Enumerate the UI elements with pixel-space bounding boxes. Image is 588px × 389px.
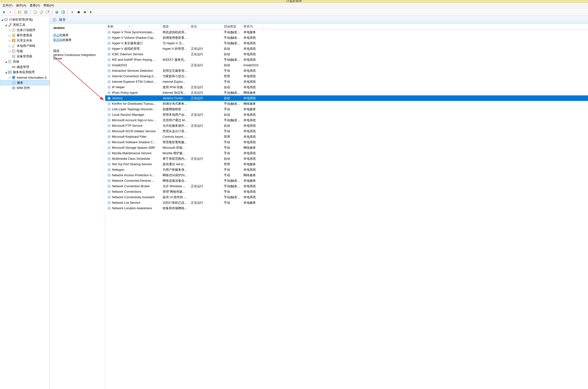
gear-icon xyxy=(107,118,111,122)
expander-icon[interactable]: ◢ xyxy=(4,24,8,26)
menu-action[interactable]: 操作(A) xyxy=(15,3,28,8)
service-row[interactable]: Network Location Awareness收集和存储网络... xyxy=(105,205,588,211)
stop-service-button[interactable] xyxy=(76,10,81,15)
restart-service-button[interactable] xyxy=(89,10,94,15)
service-logon: 本地系统 xyxy=(241,80,263,84)
svg-rect-34 xyxy=(8,71,11,73)
export-list-button[interactable] xyxy=(45,10,50,15)
expander-icon[interactable]: ▷ xyxy=(8,45,11,47)
export-button[interactable] xyxy=(33,10,38,15)
service-row[interactable]: Netlogon为用户和服务身...手动本地系统 xyxy=(105,167,588,172)
back-button[interactable] xyxy=(1,10,7,15)
service-row[interactable]: Network List Service识别计算机已连...正在运行手动本地服务 xyxy=(105,200,588,205)
service-row[interactable]: ICBC Daemon Service正在运行自动本地系统 xyxy=(105,51,588,57)
tree-services-apps[interactable]: ◢ 服务和应用程序 xyxy=(0,69,50,75)
service-row[interactable]: Microsoft FTP Service允许此服务器作...正在运行自动本地系… xyxy=(105,123,588,129)
service-row[interactable]: Network Connection Broker允许 Windows ...正… xyxy=(105,183,588,189)
service-row[interactable]: KtmRm for Distributed Transa...协调分布式事务..… xyxy=(105,101,588,106)
expander-icon[interactable]: ◢ xyxy=(0,18,4,21)
service-row[interactable]: Hyper-V Time Synchronizatio...将此虚拟机的系...… xyxy=(105,30,588,35)
svg-point-42 xyxy=(54,19,55,20)
navigation-tree[interactable]: ◢ 计算机管理(本地) ◢ 系统工具 ▷ 任务计划程序 ▷ 事件查看器 ▷ 22… xyxy=(0,16,50,389)
service-row[interactable]: Local Session Manager管理本地用户会...正在运行自动本地系… xyxy=(105,112,588,117)
shared-folder-icon: 22 xyxy=(11,38,16,43)
service-row[interactable]: Hyper-V 虚拟机管理Hyper-V 的管理...正在运行自动本地系统 xyxy=(105,46,588,51)
stop-service-link[interactable]: 停止 xyxy=(53,33,59,37)
service-row[interactable]: Microsoft Storage Spaces SMPMicrosoft 存储… xyxy=(105,145,588,150)
service-row[interactable]: IKE and AuthIP IPsec Keying ...IKEEXT 服务… xyxy=(105,57,588,63)
service-startup: 自动 xyxy=(222,63,241,67)
tree-services[interactable]: ▷ 服务 xyxy=(0,80,50,85)
service-row[interactable]: Network Access Protection A...网络访问保护(N..… xyxy=(105,172,588,178)
service-row[interactable]: Internet Explorer ETW Collect...Internet… xyxy=(105,79,588,84)
service-row[interactable]: Hyper-V Volume Shadow Cop...协调使用卷影复...手动… xyxy=(105,35,588,40)
expander-icon[interactable]: ▷ xyxy=(8,34,11,37)
services-list[interactable]: 名称 ▲ 描述 状态 启动类型 登录为 Hyper-V Time Synchro… xyxy=(105,24,588,389)
service-row[interactable]: Microsoft Account Sign-in Ass...支持用户通过 M… xyxy=(105,117,588,123)
service-row[interactable]: Mozilla Maintenance ServiceMozilla 维护服..… xyxy=(105,150,588,156)
service-row[interactable]: Hyper-V 来宾服务接口为 Hyper-V 主...手动(触发...本地系统 xyxy=(105,40,588,46)
menu-view[interactable]: 查看(V) xyxy=(28,3,41,8)
refresh-button[interactable] xyxy=(39,10,44,15)
svg-point-93 xyxy=(109,163,110,165)
tree-performance[interactable]: ▷ 性能 xyxy=(0,49,50,54)
tree-shared-folders[interactable]: ▷ 22 共享文件夹 xyxy=(0,38,50,43)
tree-wmi[interactable]: ▷ WMI 控件 xyxy=(0,85,50,91)
expander-icon[interactable]: ▷ xyxy=(8,50,11,53)
tree-disk-mgmt[interactable]: ▷ 磁盘管理 xyxy=(0,64,50,69)
tree-system-tools[interactable]: ◢ 系统工具 xyxy=(0,22,50,28)
show-hide-tree-button[interactable] xyxy=(17,10,22,15)
expander-icon[interactable]: ◢ xyxy=(4,71,8,74)
service-row[interactable]: Network Connected Devices ...网络连接设备自...手… xyxy=(105,178,588,183)
help-button[interactable]: ? xyxy=(54,10,60,15)
service-row[interactable]: Internet Connection Sharing (I...为家庭和小型办… xyxy=(105,73,588,79)
tree-root-computer-mgmt[interactable]: ◢ 计算机管理(本地) xyxy=(0,17,50,22)
pause-service-button[interactable] xyxy=(82,10,88,15)
service-name: Interactive Services Detection xyxy=(112,69,153,72)
service-row[interactable]: Network Connections管理"网络和拨...手动本地系统 xyxy=(105,189,588,194)
col-header-logon[interactable]: 登录为 xyxy=(241,24,263,29)
service-description: 管理"网络和拨... xyxy=(161,190,189,194)
menu-file[interactable]: 文件(F) xyxy=(1,3,14,8)
service-row[interactable]: Link-Layer Topology Discover...创建网络映射，..… xyxy=(105,106,588,112)
service-row[interactable]: Install2015正在运行自动Install2015 xyxy=(105,63,588,68)
service-row[interactable]: Microsoft Keyboard FilterControls keystr… xyxy=(105,134,588,139)
col-header-name[interactable]: 名称 ▲ xyxy=(105,24,161,29)
col-header-startup[interactable]: 启动类型 xyxy=(222,24,241,29)
svg-rect-36 xyxy=(10,72,11,72)
service-status: 正在运行 xyxy=(189,85,222,89)
col-header-description[interactable]: 描述 xyxy=(161,24,189,29)
menu-help[interactable]: 帮助(H) xyxy=(42,3,55,8)
service-startup: 自动 xyxy=(222,52,241,56)
service-description: 启用交互服务需... xyxy=(161,69,189,73)
service-row[interactable]: JenkinsJenkins Contin...正在运行自动本地系统 xyxy=(105,96,588,101)
start-service-button[interactable] xyxy=(70,10,75,15)
col-header-status[interactable]: 状态 xyxy=(189,24,222,29)
service-row[interactable]: Microsoft iSCSI Initiator Service管理从这台计算… xyxy=(105,129,588,134)
tree-local-users[interactable]: ▷ 本地用户和组 xyxy=(0,43,50,49)
service-row[interactable]: Microsoft Software Shadow C...管理卷影复制服...… xyxy=(105,139,588,145)
service-status: 正在运行 xyxy=(189,91,222,95)
service-row[interactable]: IPsec Policy AgentInternet 协议安...正在运行手动(… xyxy=(105,90,588,96)
service-row[interactable]: Net.Tcp Port Sharing Service提供通过 net.tc.… xyxy=(105,162,588,167)
expander-icon[interactable]: ▷ xyxy=(8,39,11,42)
service-row[interactable]: Interactive Services Detection启用交互服务需...… xyxy=(105,68,588,73)
restart-service-link[interactable]: 重启动 xyxy=(53,38,63,42)
expander-icon[interactable]: ▷ xyxy=(8,76,11,79)
service-description: 为家庭和小型办... xyxy=(161,74,189,78)
service-row[interactable]: Network Connectivity Assistant提供 UI 组件的 … xyxy=(105,194,588,200)
tree-device-manager[interactable]: ▷ 设备管理器 xyxy=(0,54,50,59)
toolbar-separator xyxy=(30,10,31,15)
expander-icon[interactable]: ◢ xyxy=(4,61,8,63)
expander-icon[interactable]: ▷ xyxy=(8,29,11,32)
properties-button[interactable] xyxy=(23,10,29,15)
forward-button[interactable] xyxy=(8,10,13,15)
service-row[interactable]: Multimedia Class Scheduler基于系统范围内...正在运行… xyxy=(105,156,588,162)
tree-iis[interactable]: ▷ Internet Information S xyxy=(0,75,50,80)
service-row[interactable]: IP Helper使用 IPv6 转换...正在运行自动本地系统 xyxy=(105,84,588,90)
service-logon: 本地系统 xyxy=(241,52,263,56)
tree-task-scheduler[interactable]: ▷ 任务计划程序 xyxy=(0,28,50,33)
tree-event-viewer[interactable]: ▷ 事件查看器 xyxy=(0,33,50,38)
action-pane-button[interactable] xyxy=(61,10,66,15)
tree-storage[interactable]: ◢ 存储 xyxy=(0,59,50,64)
